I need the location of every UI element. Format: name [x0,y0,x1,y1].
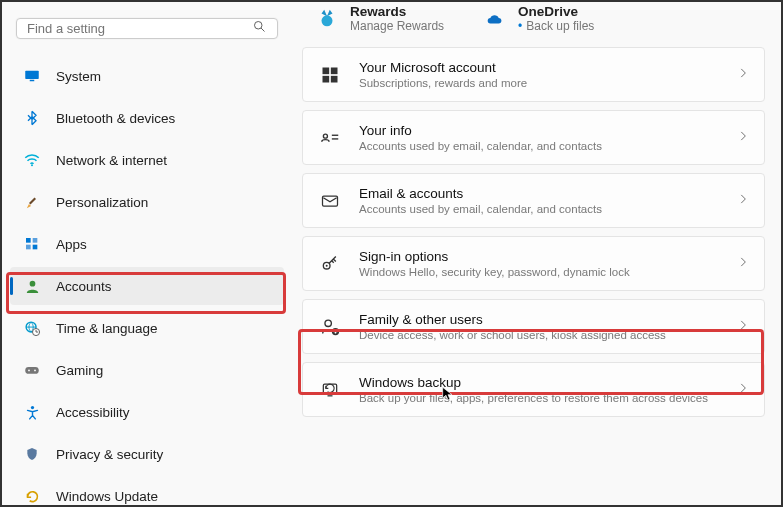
card-windows-backup[interactable]: Windows backupBack up your files, apps, … [302,362,765,417]
settings-main: Rewards Manage Rewards OneDrive •Back up… [292,2,781,505]
promo-subtitle: Manage Rewards [350,19,444,33]
card-title: Windows backup [359,375,736,390]
globe-clock-icon [22,318,42,338]
sidebar-item-label: Accessibility [56,405,130,420]
chevron-right-icon [736,129,750,147]
sidebar-item-label: Bluetooth & devices [56,111,175,126]
settings-card-list: Your Microsoft accountSubscriptions, rew… [302,47,765,417]
svg-point-0 [255,22,263,30]
card-your-info[interactable]: Your infoAccounts used by email, calenda… [302,110,765,165]
sidebar-nav: System Bluetooth & devices Network & int… [10,57,284,507]
sidebar-item-label: Time & language [56,321,158,336]
shield-icon [22,444,42,464]
card-subtitle: Back up your files, apps, preferences to… [359,392,736,404]
sidebar-item-label: Privacy & security [56,447,163,462]
card-subtitle: Windows Hello, security key, password, d… [359,266,736,278]
search-input-container[interactable] [16,18,278,39]
chevron-right-icon [736,66,750,84]
cloud-icon [484,8,506,30]
sidebar-item-update[interactable]: Windows Update [10,477,284,507]
promo-title: OneDrive [518,4,594,19]
chevron-right-icon [736,192,750,210]
sidebar-item-label: Accounts [56,279,112,294]
svg-point-27 [326,264,328,266]
svg-point-15 [34,369,36,371]
sidebar-item-label: Windows Update [56,489,158,504]
svg-line-1 [261,28,264,31]
backup-icon [317,377,343,403]
promo-row: Rewards Manage Rewards OneDrive •Back up… [302,2,765,47]
sidebar-item-network[interactable]: Network & internet [10,141,284,179]
sidebar-item-apps[interactable]: Apps [10,225,284,263]
sidebar-item-time[interactable]: Time & language [10,309,284,347]
svg-point-28 [325,320,331,326]
card-title: Your Microsoft account [359,60,736,75]
sidebar-item-label: Network & internet [56,153,167,168]
medal-icon [316,8,338,30]
mail-icon [317,188,343,214]
bluetooth-icon [22,108,42,128]
svg-point-4 [31,164,33,166]
card-subtitle: Subscriptions, rewards and more [359,77,736,89]
sidebar-item-label: Personalization [56,195,148,210]
brush-icon [22,192,42,212]
person-icon [22,276,42,296]
microsoft-logo-icon [317,62,343,88]
card-subtitle: Accounts used by email, calendar, and co… [359,203,736,215]
sidebar-item-personalization[interactable]: Personalization [10,183,284,221]
search-icon [252,19,267,38]
gamepad-icon [22,360,42,380]
sidebar-item-accessibility[interactable]: Accessibility [10,393,284,431]
svg-rect-21 [331,75,338,82]
svg-rect-8 [26,245,31,250]
wifi-icon [22,150,42,170]
card-microsoft-account[interactable]: Your Microsoft accountSubscriptions, rew… [302,47,765,102]
chevron-right-icon [736,318,750,336]
card-subtitle: Device access, work or school users, kio… [359,329,736,341]
svg-point-10 [29,280,35,286]
people-add-icon [317,314,343,340]
svg-point-22 [323,134,327,138]
card-signin-options[interactable]: Sign-in optionsWindows Hello, security k… [302,236,765,291]
svg-rect-20 [323,75,330,82]
update-icon [22,486,42,506]
svg-rect-6 [26,238,31,243]
sidebar-item-accounts[interactable]: Accounts [10,267,284,305]
svg-rect-5 [28,197,35,204]
chevron-right-icon [736,381,750,399]
svg-rect-19 [331,67,338,74]
svg-point-16 [30,405,33,408]
sidebar-item-label: Gaming [56,363,103,378]
svg-rect-25 [323,196,338,206]
chevron-right-icon [736,255,750,273]
promo-onedrive[interactable]: OneDrive •Back up files [484,4,594,33]
sidebar-item-gaming[interactable]: Gaming [10,351,284,389]
svg-rect-7 [33,238,38,243]
monitor-icon [22,66,42,86]
card-subtitle: Accounts used by email, calendar, and co… [359,140,736,152]
card-title: Sign-in options [359,249,736,264]
sidebar-item-bluetooth[interactable]: Bluetooth & devices [10,99,284,137]
svg-rect-13 [25,367,39,374]
settings-sidebar: System Bluetooth & devices Network & int… [2,2,292,505]
sidebar-item-label: System [56,69,101,84]
apps-icon [22,234,42,254]
promo-title: Rewards [350,4,444,19]
sidebar-item-system[interactable]: System [10,57,284,95]
svg-point-14 [28,369,30,371]
card-email-accounts[interactable]: Email & accountsAccounts used by email, … [302,173,765,228]
card-title: Family & other users [359,312,736,327]
sidebar-item-privacy[interactable]: Privacy & security [10,435,284,473]
id-card-icon [317,125,343,151]
sidebar-item-label: Apps [56,237,87,252]
accessibility-icon [22,402,42,422]
promo-rewards[interactable]: Rewards Manage Rewards [316,4,444,33]
card-title: Email & accounts [359,186,736,201]
card-title: Your info [359,123,736,138]
promo-subtitle: •Back up files [518,19,594,33]
card-family-other-users[interactable]: Family & other usersDevice access, work … [302,299,765,354]
key-icon [317,251,343,277]
search-input[interactable] [27,21,252,36]
svg-rect-18 [323,67,330,74]
svg-rect-2 [25,71,39,79]
